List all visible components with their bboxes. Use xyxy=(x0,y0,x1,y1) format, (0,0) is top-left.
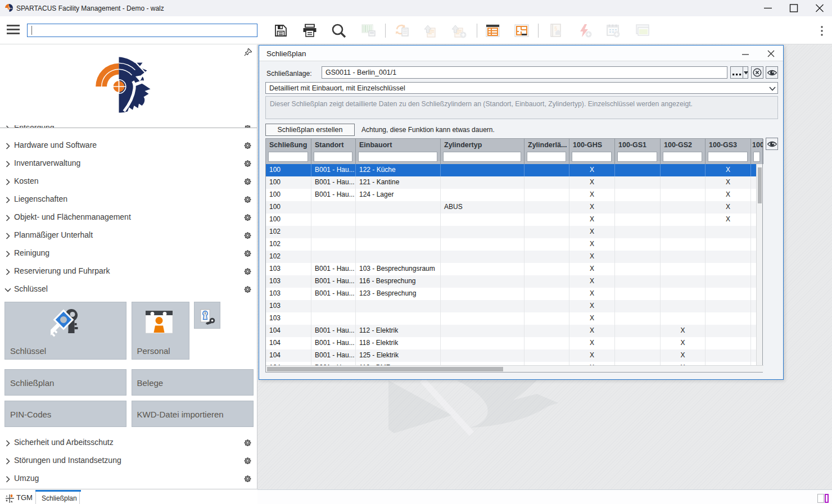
svg-text:§: § xyxy=(554,26,557,31)
